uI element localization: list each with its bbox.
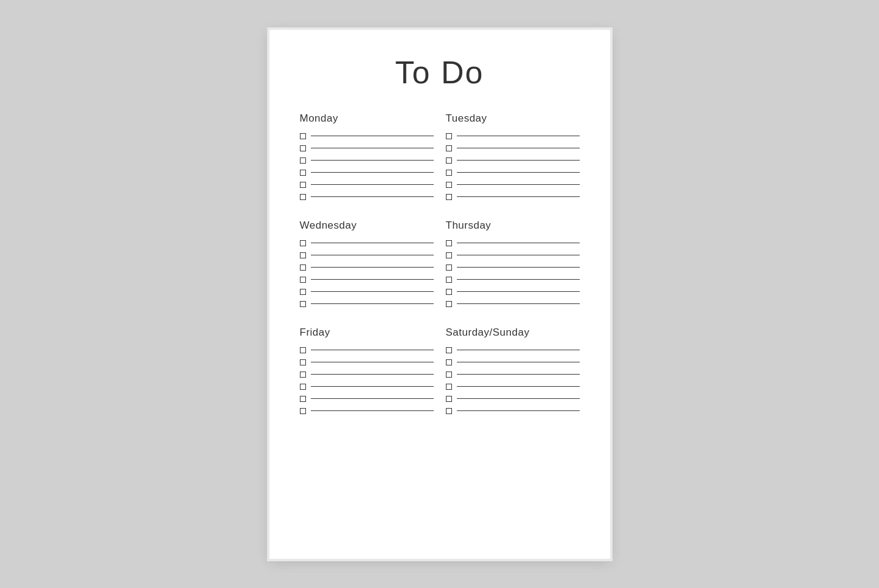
list-item [446, 396, 580, 402]
checkbox-icon[interactable] [300, 277, 306, 283]
day-label-tuesday: Tuesday [446, 112, 580, 125]
checkbox-icon[interactable] [446, 347, 452, 353]
day-label-friday: Friday [300, 327, 434, 339]
list-item [300, 301, 434, 307]
checkbox-icon[interactable] [446, 145, 452, 151]
checkbox-icon[interactable] [446, 372, 452, 378]
list-item [300, 372, 434, 378]
day-section-monday: Monday [300, 112, 434, 200]
line [457, 196, 580, 197]
line [457, 410, 580, 411]
list-item [446, 289, 580, 295]
line [457, 279, 580, 280]
day-section-wednesday: Wednesday [300, 220, 434, 307]
day-section-tuesday: Tuesday [446, 112, 580, 200]
list-item [446, 194, 580, 200]
list-item [300, 289, 434, 295]
checkbox-icon[interactable] [300, 170, 306, 176]
list-item [446, 240, 580, 246]
checklist-wednesday [300, 240, 434, 307]
checkbox-icon[interactable] [446, 252, 452, 258]
list-item [446, 277, 580, 283]
day-label-saturday-sunday: Saturday/Sunday [446, 327, 580, 339]
list-item [446, 170, 580, 176]
checkbox-icon[interactable] [300, 240, 306, 246]
checklist-monday [300, 133, 434, 200]
line [457, 160, 580, 161]
line [311, 279, 434, 280]
line [457, 350, 580, 350]
checkbox-icon[interactable] [446, 277, 452, 283]
checkbox-icon[interactable] [446, 396, 452, 402]
line [311, 291, 434, 292]
checkbox-icon[interactable] [300, 133, 306, 139]
checkbox-icon[interactable] [300, 252, 306, 258]
list-item [446, 372, 580, 378]
line [457, 386, 580, 387]
line [311, 374, 434, 375]
line [457, 291, 580, 292]
list-item [300, 252, 434, 258]
checkbox-icon[interactable] [300, 408, 306, 414]
page-title: To Do [300, 54, 580, 91]
line [311, 243, 434, 243]
line [311, 350, 434, 350]
list-item [300, 133, 434, 139]
line [311, 136, 434, 136]
checkbox-icon[interactable] [446, 301, 452, 307]
checkbox-icon[interactable] [300, 372, 306, 378]
line [457, 148, 580, 148]
checkbox-icon[interactable] [300, 347, 306, 353]
checkbox-icon[interactable] [446, 240, 452, 246]
checkbox-icon[interactable] [300, 182, 306, 188]
checkbox-icon[interactable] [300, 384, 306, 390]
line [457, 243, 580, 243]
checkbox-icon[interactable] [300, 396, 306, 402]
checkbox-icon[interactable] [446, 359, 452, 365]
checkbox-icon[interactable] [446, 194, 452, 200]
checkbox-icon[interactable] [446, 182, 452, 188]
list-item [446, 265, 580, 271]
checkbox-icon[interactable] [446, 157, 452, 164]
line [311, 398, 434, 399]
checkbox-icon[interactable] [446, 289, 452, 295]
checklist-friday [300, 347, 434, 414]
line [457, 172, 580, 173]
checklist-saturday-sunday [446, 347, 580, 414]
line [457, 255, 580, 255]
checkbox-icon[interactable] [446, 408, 452, 414]
day-label-thursday: Thursday [446, 220, 580, 232]
checkbox-icon[interactable] [300, 145, 306, 151]
day-section-saturday-sunday: Saturday/Sunday [446, 327, 580, 414]
list-item [446, 252, 580, 258]
checkbox-icon[interactable] [300, 289, 306, 295]
list-item [446, 301, 580, 307]
line [311, 386, 434, 387]
list-item [446, 133, 580, 139]
line [457, 303, 580, 304]
checkbox-icon[interactable] [300, 157, 306, 164]
checkbox-icon[interactable] [446, 133, 452, 139]
line [311, 172, 434, 173]
line [311, 184, 434, 185]
list-item [446, 408, 580, 414]
list-item [300, 182, 434, 188]
list-item [300, 396, 434, 402]
checkbox-icon[interactable] [446, 265, 452, 271]
checkbox-icon[interactable] [300, 359, 306, 365]
list-item [300, 277, 434, 283]
list-item [300, 384, 434, 390]
list-item [446, 182, 580, 188]
day-label-monday: Monday [300, 112, 434, 125]
line [311, 196, 434, 197]
checkbox-icon[interactable] [446, 384, 452, 390]
list-item [300, 347, 434, 353]
day-section-friday: Friday [300, 327, 434, 414]
checkbox-icon[interactable] [300, 301, 306, 307]
checklist-tuesday [446, 133, 580, 200]
list-item [300, 194, 434, 200]
todo-page: To Do Monday Tuesday [269, 30, 610, 559]
checkbox-icon[interactable] [446, 170, 452, 176]
checkbox-icon[interactable] [300, 194, 306, 200]
checkbox-icon[interactable] [300, 265, 306, 271]
